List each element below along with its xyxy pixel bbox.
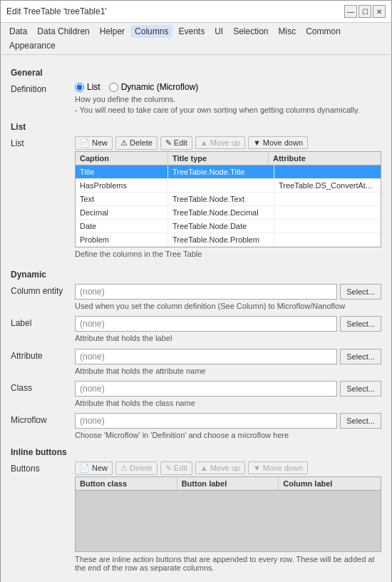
- close-button[interactable]: ✕: [373, 5, 386, 18]
- edit-icon: ✎: [165, 138, 172, 148]
- row5-caption: Problem: [76, 233, 168, 246]
- menu-misc[interactable]: Misc: [274, 25, 301, 38]
- attribute-content: Select... Attribute that holds the attri…: [75, 349, 381, 377]
- title-bar: Edit TreeTable 'treeTable1' — ☐ ✕: [1, 1, 391, 23]
- inline-toolbar: 📄 New ⚠ Delete ✎ Edit ▲ Move up: [75, 461, 381, 475]
- menu-common[interactable]: Common: [301, 25, 345, 38]
- inline-move-up-icon: ▲: [200, 464, 208, 472]
- list-delete-button[interactable]: ⚠ Delete: [115, 136, 158, 150]
- microflow-input-row: Select...: [75, 413, 381, 429]
- radio-list-option[interactable]: List: [75, 82, 100, 92]
- maximize-button[interactable]: ☐: [359, 5, 371, 18]
- move-down-label: Move down: [263, 138, 303, 147]
- inline-delete-button[interactable]: ⚠ Delete: [115, 461, 158, 475]
- title-bar-left: Edit TreeTable 'treeTable1': [6, 6, 107, 16]
- menu-selection[interactable]: Selection: [229, 25, 272, 38]
- table-row[interactable]: Text TreeTable.Node.Text: [76, 193, 381, 206]
- inline-delete-icon: ⚠: [120, 464, 128, 473]
- inline-move-up-button[interactable]: ▲ Move up: [195, 461, 245, 474]
- table-row[interactable]: Problem TreeTable.Node.Problem: [76, 233, 381, 247]
- list-row: List 📄 New ⚠ Delete ✎ Edit: [11, 136, 381, 264]
- radio-dynamic-input[interactable]: [109, 83, 118, 92]
- window-title: Edit TreeTable 'treeTable1': [6, 6, 107, 16]
- list-label: List: [11, 136, 75, 148]
- list-toolbar: 📄 New ⚠ Delete ✎ Edit ▲ Move up: [75, 136, 381, 150]
- class-input[interactable]: [75, 381, 337, 397]
- radio-list-input[interactable]: [75, 83, 84, 92]
- inline-move-down-icon: ▼: [253, 464, 261, 472]
- attribute-input-row: Select...: [75, 349, 381, 364]
- list-edit-button[interactable]: ✎ Edit: [160, 136, 192, 150]
- row1-title-type: [168, 179, 274, 192]
- new-icon: 📄: [80, 138, 90, 148]
- class-row: Class Select... Attribute that holds the…: [11, 381, 381, 409]
- list-new-button[interactable]: 📄 New: [75, 136, 113, 150]
- table-row[interactable]: Date TreeTable.Node.Date: [76, 220, 381, 233]
- menu-ui[interactable]: UI: [210, 25, 227, 38]
- attribute-row: Attribute Select... Attribute that holds…: [11, 349, 381, 377]
- column-entity-select-button[interactable]: Select...: [340, 284, 381, 300]
- definition-help-line2: - You will need to take care of your own…: [75, 106, 360, 114]
- menu-data[interactable]: Data: [5, 25, 31, 38]
- menu-helper[interactable]: Helper: [96, 25, 129, 38]
- row0-title-type: TreeTable.Node.Title: [168, 165, 274, 178]
- row0-attribute: [274, 165, 381, 178]
- column-entity-input-row: Select...: [75, 284, 381, 300]
- dynamic-section-title: Dynamic: [11, 270, 381, 280]
- inline-new-button[interactable]: 📄 New: [75, 461, 113, 475]
- microflow-field-label: Microflow: [11, 413, 75, 425]
- row1-caption: HasProblems: [76, 179, 168, 192]
- definition-help: How you define the columns. - You will n…: [75, 94, 381, 116]
- list-section-title: List: [11, 122, 381, 132]
- attribute-input[interactable]: [75, 349, 337, 364]
- microflow-input[interactable]: [75, 413, 337, 429]
- list-move-up-button[interactable]: ▲ Move up: [195, 136, 245, 149]
- inline-buttons-section-title: Inline buttons: [11, 447, 381, 457]
- list-content: 📄 New ⚠ Delete ✎ Edit ▲ Move up: [75, 136, 381, 264]
- row4-caption: Date: [76, 220, 168, 233]
- menu-events[interactable]: Events: [174, 25, 209, 38]
- microflow-content: Select... Choose 'Microflow' in 'Definit…: [75, 413, 381, 441]
- list-table: Caption Title type Attribute Title TreeT…: [75, 151, 381, 247]
- row3-attribute: [274, 206, 381, 219]
- table-row[interactable]: Decimal TreeTable.Node.Decimal: [76, 206, 381, 220]
- inline-edit-button[interactable]: ✎ Edit: [160, 461, 192, 475]
- col-title-type: Title type: [168, 152, 269, 165]
- label-field-label: Label: [11, 316, 75, 328]
- label-input[interactable]: [75, 316, 337, 332]
- label-help: Attribute that holds the label: [75, 333, 381, 344]
- delete-label: Delete: [130, 138, 153, 147]
- menu-appearance[interactable]: Appearance: [5, 39, 60, 52]
- move-up-icon: ▲: [200, 138, 208, 147]
- inline-move-down-button[interactable]: ▼ Move down: [248, 461, 308, 474]
- inline-move-up-label: Move up: [210, 464, 240, 472]
- label-select-button[interactable]: Select...: [340, 316, 381, 332]
- table-row[interactable]: HasProblems TreeTable.DS_ConvertAt...: [76, 179, 381, 193]
- inline-table-body: [76, 491, 381, 551]
- definition-help-line1: How you define the columns.: [75, 95, 175, 103]
- inline-footer-text: These are inline action buttons that are…: [75, 555, 381, 572]
- inline-new-icon: 📄: [80, 464, 90, 473]
- row1-attribute: TreeTable.DS_ConvertAt...: [274, 179, 381, 192]
- inline-col-column-label: Column label: [279, 477, 381, 490]
- microflow-select-button[interactable]: Select...: [340, 413, 381, 429]
- class-help: Attribute that holds the class name: [75, 398, 381, 409]
- class-select-button[interactable]: Select...: [340, 381, 381, 397]
- menu-columns[interactable]: Columns: [130, 25, 172, 38]
- minimize-button[interactable]: —: [344, 5, 357, 18]
- buttons-row: Buttons 📄 New ⚠ Delete ✎ Edit: [11, 461, 381, 578]
- class-content: Select... Attribute that holds the class…: [75, 381, 381, 409]
- class-field-label: Class: [11, 381, 75, 393]
- table-row[interactable]: Title TreeTable.Node.Title: [76, 165, 381, 179]
- attribute-help: Attribute that holds the attribute name: [75, 366, 381, 377]
- column-entity-input[interactable]: [75, 284, 337, 300]
- radio-dynamic-option[interactable]: Dynamic (Microflow): [109, 82, 199, 92]
- menu-data-children[interactable]: Data Children: [33, 25, 93, 38]
- row5-attribute: [274, 233, 381, 246]
- list-move-down-button[interactable]: ▼ Move down: [248, 136, 308, 149]
- inline-col-button-class: Button class: [76, 477, 177, 490]
- attribute-select-button[interactable]: Select...: [340, 349, 381, 364]
- row4-title-type: TreeTable.Node.Date: [168, 220, 274, 233]
- title-bar-controls: — ☐ ✕: [344, 5, 386, 18]
- definition-label: Definition: [11, 82, 75, 94]
